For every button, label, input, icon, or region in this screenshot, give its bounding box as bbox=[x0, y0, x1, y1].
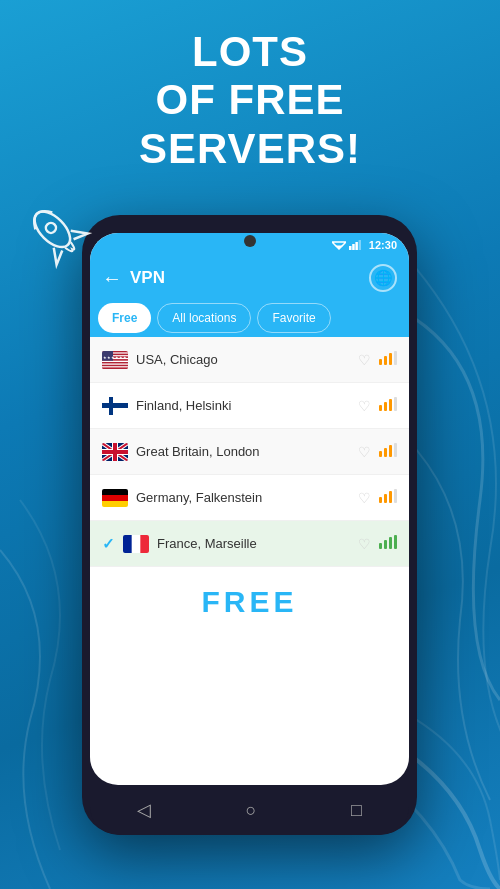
server-name-france: France, Marseille bbox=[157, 536, 350, 551]
home-nav-button[interactable]: ○ bbox=[246, 800, 257, 821]
svg-rect-6 bbox=[355, 242, 358, 250]
svg-rect-28 bbox=[102, 403, 128, 408]
svg-rect-58 bbox=[384, 540, 387, 549]
svg-rect-25 bbox=[389, 353, 392, 365]
flag-uk bbox=[102, 443, 128, 461]
signal-france bbox=[379, 535, 397, 552]
tab-bar: Free All locations Favorite bbox=[90, 299, 409, 337]
server-name-gb: Great Britain, London bbox=[136, 444, 350, 459]
flag-usa: ★★★★★★ bbox=[102, 351, 128, 369]
svg-rect-19 bbox=[102, 366, 128, 367]
back-button[interactable]: ← bbox=[102, 267, 122, 290]
selected-checkmark: ✓ bbox=[102, 535, 115, 553]
svg-rect-26 bbox=[394, 351, 397, 365]
server-item-gb[interactable]: Great Britain, London ♡ bbox=[90, 429, 409, 475]
server-item-finland[interactable]: Finland, Helsinki ♡ bbox=[90, 383, 409, 429]
free-badge-area: FREE bbox=[90, 567, 409, 637]
svg-rect-50 bbox=[379, 497, 382, 503]
signal-finland bbox=[379, 397, 397, 414]
tab-favorite[interactable]: Favorite bbox=[257, 303, 330, 333]
svg-rect-53 bbox=[394, 489, 397, 503]
svg-rect-55 bbox=[123, 535, 132, 553]
svg-text:★★★★★★: ★★★★★★ bbox=[103, 355, 127, 360]
svg-rect-59 bbox=[389, 537, 392, 549]
svg-rect-32 bbox=[389, 399, 392, 411]
tab-all-locations[interactable]: All locations bbox=[157, 303, 251, 333]
free-badge: FREE bbox=[201, 585, 297, 619]
svg-rect-24 bbox=[384, 356, 387, 365]
phone-screen: 12:30 ← VPN 🌐 Free All locations Favorit… bbox=[90, 233, 409, 785]
server-item-germany[interactable]: Germany, Falkenstein ♡ bbox=[90, 475, 409, 521]
svg-rect-31 bbox=[384, 402, 387, 411]
flag-germany bbox=[102, 489, 128, 507]
svg-rect-48 bbox=[102, 495, 128, 501]
back-nav-button[interactable]: ◁ bbox=[137, 799, 151, 821]
svg-rect-45 bbox=[389, 445, 392, 457]
server-name-finland: Finland, Helsinki bbox=[136, 398, 350, 413]
svg-rect-44 bbox=[384, 448, 387, 457]
svg-rect-33 bbox=[394, 397, 397, 411]
status-icons bbox=[332, 240, 361, 250]
svg-rect-16 bbox=[102, 362, 128, 363]
headline-line2: of free bbox=[155, 76, 344, 123]
svg-rect-30 bbox=[379, 405, 382, 411]
svg-point-0 bbox=[28, 205, 76, 253]
svg-rect-56 bbox=[140, 535, 149, 553]
camera-notch bbox=[244, 235, 256, 247]
svg-rect-20 bbox=[102, 367, 128, 368]
svg-rect-4 bbox=[349, 246, 352, 250]
svg-rect-5 bbox=[352, 244, 355, 250]
svg-rect-57 bbox=[379, 543, 382, 549]
svg-rect-49 bbox=[102, 501, 128, 507]
headline-line3: servers! bbox=[139, 125, 361, 172]
globe-button[interactable]: 🌐 bbox=[369, 264, 397, 292]
recent-nav-button[interactable]: □ bbox=[351, 800, 362, 821]
server-list: ★★★★★★ USA, Chicago ♡ bbox=[90, 337, 409, 637]
favorite-germany[interactable]: ♡ bbox=[358, 490, 371, 506]
svg-rect-23 bbox=[379, 359, 382, 365]
nav-bar: ← VPN 🌐 bbox=[90, 257, 409, 299]
rocket-icon bbox=[18, 195, 98, 275]
svg-rect-52 bbox=[389, 491, 392, 503]
phone-bottom-nav: ◁ ○ □ bbox=[90, 785, 409, 835]
svg-rect-42 bbox=[102, 450, 128, 454]
svg-rect-15 bbox=[102, 360, 128, 361]
favorite-usa[interactable]: ♡ bbox=[358, 352, 371, 368]
tab-free[interactable]: Free bbox=[98, 303, 151, 333]
svg-rect-47 bbox=[102, 489, 128, 495]
svg-marker-3 bbox=[334, 246, 343, 250]
headline: Lots of free servers! bbox=[0, 28, 500, 173]
svg-rect-29 bbox=[109, 397, 113, 415]
favorite-finland[interactable]: ♡ bbox=[358, 398, 371, 414]
server-name-usa: USA, Chicago bbox=[136, 352, 350, 367]
nav-title: VPN bbox=[130, 268, 361, 288]
svg-rect-43 bbox=[379, 451, 382, 457]
server-item-france[interactable]: ✓ France, Marseille ♡ bbox=[90, 521, 409, 567]
server-name-germany: Germany, Falkenstein bbox=[136, 490, 350, 505]
flag-finland bbox=[102, 397, 128, 415]
server-item-usa[interactable]: ★★★★★★ USA, Chicago ♡ bbox=[90, 337, 409, 383]
flag-france bbox=[123, 535, 149, 553]
signal-gb bbox=[379, 443, 397, 460]
signal-usa bbox=[379, 351, 397, 368]
svg-rect-46 bbox=[394, 443, 397, 457]
favorite-france[interactable]: ♡ bbox=[358, 536, 371, 552]
svg-rect-60 bbox=[394, 535, 397, 549]
status-time: 12:30 bbox=[369, 239, 397, 251]
svg-rect-7 bbox=[358, 240, 360, 250]
phone-device: 12:30 ← VPN 🌐 Free All locations Favorit… bbox=[82, 215, 417, 835]
headline-line1: Lots bbox=[192, 28, 308, 75]
signal-germany bbox=[379, 489, 397, 506]
svg-point-1 bbox=[44, 221, 58, 235]
svg-rect-51 bbox=[384, 494, 387, 503]
svg-rect-18 bbox=[102, 364, 128, 365]
favorite-gb[interactable]: ♡ bbox=[358, 444, 371, 460]
svg-rect-17 bbox=[102, 363, 128, 364]
